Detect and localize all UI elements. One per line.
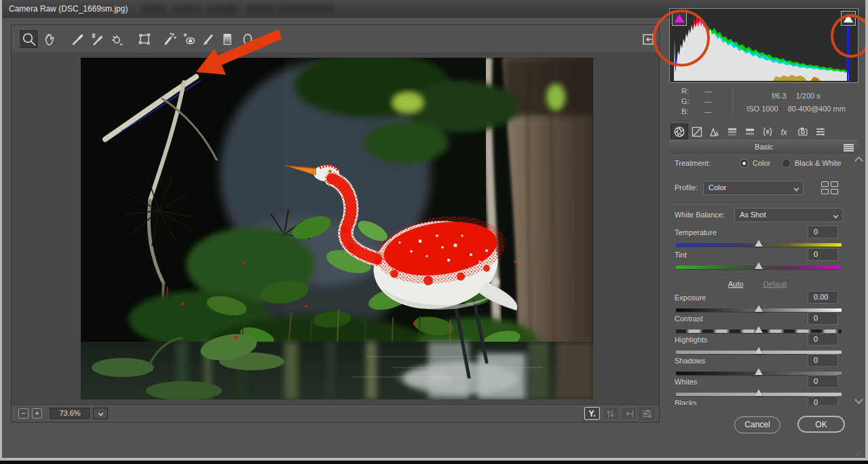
slider-thumb[interactable] — [755, 368, 763, 375]
slider-value[interactable]: 0 — [808, 354, 838, 367]
treatment-color-radio[interactable] — [740, 159, 749, 168]
white-balance-tool-icon[interactable] — [69, 30, 87, 48]
adjustments-panel: R:--- G:--- B:--- f/6.31/200 s ISO 10008… — [668, 8, 863, 405]
slider-label: Contrast — [675, 315, 703, 323]
copy-settings-button[interactable] — [621, 407, 637, 420]
slider-value[interactable]: 0 — [808, 333, 838, 346]
slider-value[interactable]: 0 — [808, 312, 838, 325]
annotation-circle-highlight-clip — [831, 14, 865, 58]
slider-shadows: Shadows 0 — [669, 355, 846, 376]
white-balance-dropdown[interactable]: As Shot — [734, 208, 843, 222]
spot-removal-tool-icon[interactable] — [160, 30, 178, 48]
lens-value: 80-400@400 mm — [788, 105, 846, 113]
slider-highlights: Highlights 0 — [669, 334, 846, 355]
panel-title: Basic — [755, 143, 773, 151]
default-link[interactable]: Default — [763, 280, 787, 288]
slider-label: Exposure — [675, 293, 706, 302]
ok-button[interactable]: OK — [797, 416, 845, 433]
r-label: R: — [681, 87, 689, 95]
tab-camera-calibration[interactable] — [794, 124, 812, 139]
blurred-menu-item — [278, 5, 312, 14]
zoom-in-button[interactable]: + — [32, 408, 42, 418]
profile-row: Profile: Color — [669, 181, 846, 197]
slider-thumb[interactable] — [755, 347, 763, 354]
scroll-up-icon[interactable] — [854, 156, 863, 165]
swap-before-after-button[interactable] — [603, 407, 618, 420]
slider-thumb[interactable] — [755, 389, 763, 396]
treatment-bw-label[interactable]: Black & White — [795, 159, 841, 167]
zoom-tool-icon[interactable] — [20, 30, 38, 48]
zoom-level-value[interactable]: 73.6% — [50, 408, 90, 419]
slider-value[interactable]: 0 — [808, 375, 838, 388]
cancel-button[interactable]: Cancel — [734, 416, 780, 433]
tab-split-toning[interactable] — [741, 124, 759, 139]
transform-tool-icon[interactable] — [135, 30, 153, 48]
screenshot-stage: Camera Raw (DSC_1669sm.jpg) — [0, 0, 868, 464]
blurred-menu-item — [246, 5, 275, 14]
slider-thumb[interactable] — [755, 262, 763, 269]
treatment-bw-radio[interactable] — [782, 159, 791, 168]
zoom-out-button[interactable]: − — [18, 408, 29, 418]
image-info: R:--- G:--- B:--- f/6.31/200 s ISO 10008… — [669, 83, 858, 122]
preview-statusbar: − + 73.6% Y. — [12, 404, 659, 422]
slider-label: Tint — [675, 251, 687, 259]
preview-settings-icon[interactable] — [639, 407, 655, 420]
hand-tool-icon[interactable] — [41, 30, 60, 48]
resize-grip[interactable]: ⋰ — [856, 450, 863, 457]
slider-contrast: Contrast 0 — [669, 313, 846, 334]
profile-label: Profile: — [675, 183, 698, 192]
slider-value[interactable]: 0 — [808, 396, 838, 405]
white-balance-label: White Balance: — [675, 211, 725, 219]
slider-thumb[interactable] — [755, 240, 763, 247]
tab-basic[interactable] — [671, 124, 688, 139]
auto-default-row: Auto Default — [669, 280, 846, 288]
panel-header: Basic — [669, 140, 858, 154]
white-balance-row: White Balance: As Shot — [669, 208, 846, 224]
photo-preview[interactable] — [81, 58, 593, 399]
auto-link[interactable]: Auto — [728, 280, 744, 288]
treatment-row: Treatment: Color Black & White — [669, 158, 846, 171]
zoom-level-dropdown[interactable] — [93, 408, 108, 419]
exif-readout: f/6.31/200 s ISO 100080-400@400 mm — [734, 90, 858, 115]
iso-value: ISO 1000 — [747, 105, 778, 113]
b-value: --- — [704, 107, 712, 115]
slider-label: Temperature — [675, 228, 717, 236]
slider-label: Shadows — [675, 357, 705, 365]
before-after-toggle-button[interactable]: Y. — [584, 407, 600, 420]
tab-tone-curve[interactable] — [688, 124, 706, 139]
temperature-slider-track[interactable] — [676, 243, 842, 247]
toolbar — [12, 25, 659, 52]
taskbar-edge — [0, 461, 868, 464]
slider-thumb[interactable] — [755, 305, 763, 312]
slider-value[interactable]: 0 — [808, 226, 838, 238]
slider-label: Highlights — [675, 336, 707, 344]
tint-slider-track[interactable] — [676, 266, 842, 269]
adjustment-tabs: fx — [669, 124, 858, 140]
profile-browser-icon[interactable] — [821, 181, 838, 194]
shutter-value: 1/200 s — [796, 92, 820, 100]
treatment-color-label[interactable]: Color — [753, 159, 770, 167]
slider-value[interactable]: 0.00 — [808, 291, 838, 304]
tab-presets[interactable] — [812, 124, 829, 139]
slider-thumb[interactable] — [755, 326, 763, 333]
tab-hsl-grayscale[interactable] — [723, 124, 741, 139]
slider-value[interactable]: 0 — [808, 248, 838, 261]
aperture-value: f/6.3 — [772, 92, 786, 100]
tab-lens-corrections[interactable] — [759, 124, 776, 139]
image-canvas[interactable] — [12, 52, 659, 404]
profile-dropdown[interactable]: Color — [703, 181, 804, 195]
blurred-menu-item — [141, 5, 166, 14]
slider-label: Whites — [675, 378, 698, 386]
panel-menu-icon[interactable] — [844, 144, 854, 152]
annotation-circle-shadow-clip — [653, 10, 710, 67]
tab-detail[interactable] — [706, 124, 723, 139]
scroll-down-icon[interactable] — [854, 395, 863, 404]
annotation-arrow — [184, 24, 287, 83]
b-label: B: — [681, 107, 688, 115]
svg-text:fx: fx — [781, 127, 788, 137]
tab-effects[interactable]: fx — [776, 124, 794, 139]
targeted-adjustment-tool-icon[interactable] — [108, 30, 126, 48]
preview-controls: Y. — [584, 407, 655, 420]
blurred-menu-item — [227, 5, 239, 14]
color-sampler-tool-icon[interactable] — [88, 30, 106, 48]
